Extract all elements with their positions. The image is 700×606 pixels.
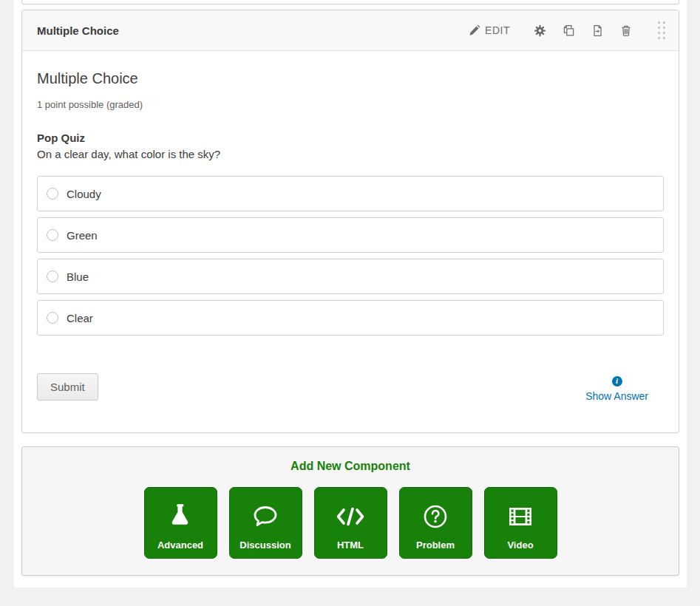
problem-title: Multiple Choice <box>37 70 664 87</box>
component-actions: EDIT <box>461 16 673 45</box>
previous-component-edge <box>21 0 679 4</box>
choice-label: Blue <box>67 270 89 283</box>
edit-button[interactable]: EDIT <box>461 20 518 41</box>
duplicate-button[interactable] <box>554 20 583 41</box>
points-possible-text: 1 point possible (graded) <box>37 99 664 110</box>
gear-icon <box>534 24 546 37</box>
show-answer-block: i Show Answer <box>585 373 664 402</box>
delete-icon <box>620 24 632 37</box>
flask-icon <box>169 501 191 532</box>
add-button-label: Video <box>485 539 557 551</box>
choice-option-green[interactable]: Green <box>37 217 664 253</box>
choice-label: Green <box>67 229 98 242</box>
choice-label: Cloudy <box>67 188 101 200</box>
move-icon <box>591 24 604 37</box>
component-card-header: Multiple Choice EDIT <box>22 10 679 51</box>
show-answer-link[interactable]: Show Answer <box>585 390 648 402</box>
problem-body: Multiple Choice 1 point possible (graded… <box>22 51 679 432</box>
choice-option-cloudy[interactable]: Cloudy <box>37 176 664 211</box>
add-new-component-title: Add New Component <box>22 460 679 473</box>
film-icon <box>508 501 533 532</box>
add-button-label: Advanced <box>145 539 217 551</box>
unit-editor-stage: Multiple Choice EDIT <box>14 0 687 588</box>
add-video-button[interactable]: Video <box>484 487 557 559</box>
drag-handle-icon[interactable] <box>650 16 673 45</box>
add-component-buttons: Advanced Discussion HT <box>22 487 679 559</box>
code-icon <box>336 501 365 532</box>
pencil-icon <box>469 25 480 36</box>
info-icon: i <box>612 376 622 387</box>
choice-list: Cloudy Green Blue Clear <box>37 176 664 336</box>
add-button-label: Discussion <box>230 539 302 551</box>
add-html-button[interactable]: HTML <box>314 487 387 559</box>
add-button-label: Problem <box>400 539 472 551</box>
delete-button[interactable] <box>612 20 640 41</box>
add-new-component-panel: Add New Component Advanced Discussion <box>21 446 679 576</box>
problem-actions-row: Submit i Show Answer <box>37 373 664 402</box>
add-advanced-button[interactable]: Advanced <box>144 487 217 559</box>
component-title: Multiple Choice <box>37 24 119 37</box>
speech-bubble-icon <box>252 501 279 532</box>
radio-button[interactable] <box>47 312 58 324</box>
edit-button-label: EDIT <box>485 24 510 36</box>
radio-button[interactable] <box>47 188 58 200</box>
radio-button[interactable] <box>47 270 58 282</box>
choice-label: Clear <box>67 312 93 324</box>
question-text: On a clear day, what color is the sky? <box>37 148 664 160</box>
add-button-label: HTML <box>315 539 387 551</box>
question-circle-icon <box>423 501 448 532</box>
add-problem-button[interactable]: Problem <box>399 487 472 559</box>
duplicate-icon <box>563 24 575 37</box>
submit-button[interactable]: Submit <box>37 373 98 401</box>
move-button[interactable] <box>583 20 612 41</box>
choice-option-blue[interactable]: Blue <box>37 259 664 294</box>
add-discussion-button[interactable]: Discussion <box>229 487 302 559</box>
multiple-choice-component-card: Multiple Choice EDIT <box>21 10 679 433</box>
choice-option-clear[interactable]: Clear <box>37 300 664 336</box>
question-heading: Pop Quiz <box>37 132 664 144</box>
settings-button[interactable] <box>526 20 554 41</box>
radio-button[interactable] <box>47 229 58 241</box>
